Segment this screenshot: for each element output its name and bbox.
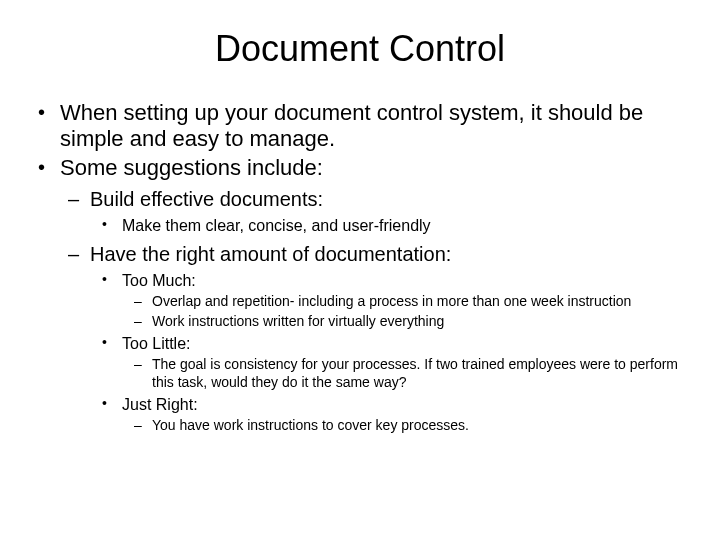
- bullet-item: When setting up your document control sy…: [60, 100, 690, 153]
- bullet-text: Build effective documents:: [90, 188, 323, 210]
- bullet-list-level2: Build effective documents: Make them cle…: [60, 187, 690, 435]
- bullet-text: Have the right amount of documentation:: [90, 243, 451, 265]
- bullet-item: Work instructions written for virtually …: [152, 313, 690, 331]
- bullet-item: The goal is consistency for your process…: [152, 356, 690, 391]
- bullet-list-level4: Overlap and repetition- including a proc…: [122, 293, 690, 330]
- bullet-list-level4: The goal is consistency for your process…: [122, 356, 690, 391]
- bullet-item: Some suggestions include: Build effectiv…: [60, 155, 690, 435]
- bullet-text: Some suggestions include:: [60, 155, 323, 180]
- bullet-list-level3: Make them clear, concise, and user-frien…: [90, 216, 690, 236]
- bullet-list-level3: Too Much: Overlap and repetition- includ…: [90, 271, 690, 435]
- bullet-item: Just Right: You have work instructions t…: [122, 395, 690, 435]
- bullet-item: Overlap and repetition- including a proc…: [152, 293, 690, 311]
- bullet-text: Too Little:: [122, 335, 190, 352]
- bullet-item: Have the right amount of documentation: …: [90, 242, 690, 435]
- bullet-list-level4: You have work instructions to cover key …: [122, 417, 690, 435]
- bullet-item: Build effective documents: Make them cle…: [90, 187, 690, 236]
- bullet-item: Too Little: The goal is consistency for …: [122, 334, 690, 391]
- bullet-text: Just Right:: [122, 396, 198, 413]
- bullet-item: Make them clear, concise, and user-frien…: [122, 216, 690, 236]
- bullet-text: Too Much:: [122, 272, 196, 289]
- bullet-item: Too Much: Overlap and repetition- includ…: [122, 271, 690, 330]
- bullet-list-level1: When setting up your document control sy…: [30, 100, 690, 435]
- bullet-item: You have work instructions to cover key …: [152, 417, 690, 435]
- slide-title: Document Control: [30, 28, 690, 70]
